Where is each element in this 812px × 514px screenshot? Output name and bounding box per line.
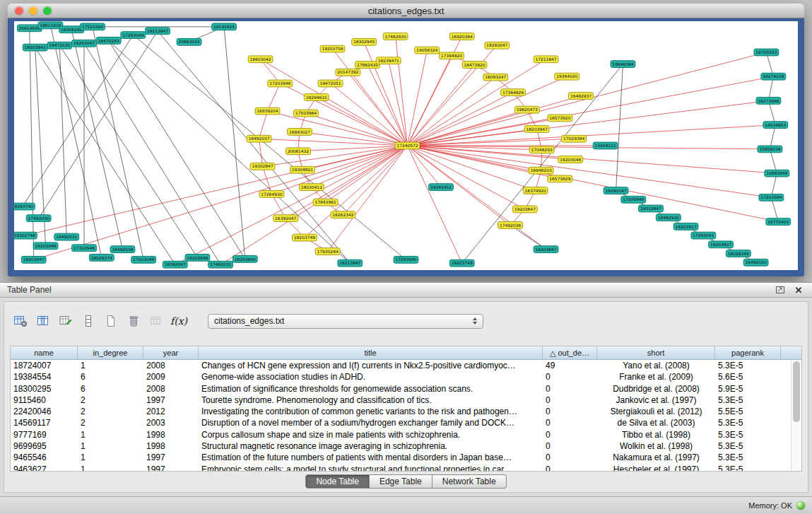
graph-node[interactable]: 19755553	[754, 49, 779, 56]
cell-title[interactable]: Estimation of significance thresholds fo…	[199, 383, 543, 395]
cell-out_degree[interactable]: 0	[543, 452, 597, 463]
cell-pagerank[interactable]: 5.3E-5	[715, 360, 781, 371]
cell-in_degree[interactable]: 2	[78, 406, 143, 417]
cell-name[interactable]: 9463627	[11, 464, 78, 471]
cell-title[interactable]: Disruption of a novel member of a sodium…	[199, 417, 543, 428]
table-mode-icon[interactable]	[11, 313, 30, 329]
graph-node[interactable]: 19472051	[318, 80, 343, 87]
cell-name[interactable]: 18724007	[11, 360, 78, 371]
graph-node[interactable]: 17203049	[131, 256, 156, 263]
cell-name[interactable]: 9777169	[11, 429, 78, 440]
graph-node[interactable]: 17211847	[534, 56, 558, 63]
cell-short[interactable]: Jankovic et al. (1997)	[597, 395, 715, 406]
minimize-button[interactable]	[29, 6, 37, 15]
cell-title[interactable]: Tourette syndrome. Phenomenology and cla…	[199, 395, 543, 406]
graph-node[interactable]: 15958111	[593, 142, 618, 149]
graph-node[interactable]: 17205948	[621, 196, 646, 203]
graph-node[interactable]: 18130424	[212, 23, 237, 30]
graph-node[interactable]: 20663043	[177, 38, 201, 45]
cell-year[interactable]: 1997	[143, 452, 199, 463]
graph-node[interactable]: 18274039	[761, 73, 786, 80]
cell-out_degree[interactable]: 0	[543, 395, 597, 406]
function-builder-icon[interactable]: f(x)	[170, 313, 188, 329]
graph-node[interactable]: 18213947	[338, 259, 363, 267]
cell-name[interactable]: 9699695	[11, 440, 78, 452]
cell-title[interactable]: Embryonic stem cells: a model to study s…	[199, 464, 543, 471]
cell-title[interactable]: Estimation of the future numbers of pati…	[199, 452, 543, 463]
graph-node[interactable]: 17520394	[80, 23, 105, 30]
cell-year[interactable]: 2008	[143, 383, 199, 395]
tab-edge-table[interactable]: Edge Table	[370, 474, 433, 489]
table-scrollbar[interactable]	[791, 360, 801, 471]
graph-node[interactable]: 16573829	[548, 175, 572, 182]
graph-node[interactable]: 17203584	[759, 194, 784, 201]
graph-node[interactable]: 20081432	[286, 148, 311, 155]
graph-node[interactable]: 20147392	[336, 69, 360, 76]
graph-node[interactable]: 17492030	[26, 215, 51, 222]
graph-node[interactable]: 16482937	[569, 93, 594, 100]
graph-node[interactable]: 18239471	[376, 57, 401, 64]
cell-short[interactable]: Nakamura et al. (1997)	[597, 452, 715, 463]
graph-node[interactable]: 18203941	[23, 44, 47, 51]
graph-node[interactable]: 17293048	[121, 32, 146, 39]
graph-node[interactable]: 19203837	[709, 241, 734, 248]
cell-pagerank[interactable]: 5.3E-5	[715, 429, 781, 440]
graph-node[interactable]: 18029345	[726, 250, 751, 257]
cell-year[interactable]: 2008	[143, 360, 199, 371]
graph-node[interactable]: 16203847	[534, 246, 558, 253]
column-header-title[interactable]: title	[199, 346, 543, 359]
cell-pagerank[interactable]: 5.3E-5	[715, 464, 781, 471]
cell-year[interactable]: 1998	[143, 440, 199, 452]
cell-name[interactable]: 22420046	[11, 406, 78, 417]
graph-node[interactable]: 18492031	[54, 233, 79, 240]
cell-in_degree[interactable]: 1	[78, 429, 143, 440]
cell-title[interactable]: Changes of HCN gene expression and I(f) …	[199, 360, 543, 371]
graph-node[interactable]: 18470293	[96, 37, 121, 44]
cell-short[interactable]: Wolkin et al. (1998)	[597, 440, 715, 452]
graph-node[interactable]: 17203948	[268, 80, 293, 87]
graph-node[interactable]: 19302748	[14, 232, 37, 239]
table-row[interactable]: 946362711997Embryonic stem cells: a mode…	[11, 464, 791, 471]
cell-short[interactable]: Hescheler et al. (1997)	[597, 464, 715, 471]
cell-short[interactable]: Yano et al. (2008)	[597, 360, 715, 371]
graph-node[interactable]: 16293047	[72, 40, 97, 47]
cell-name[interactable]: 14569117	[11, 417, 78, 428]
cell-short[interactable]: Dudbridge et al. (2008)	[597, 383, 715, 395]
close-button[interactable]	[15, 6, 23, 15]
column-header-pagerank[interactable]: pagerank	[715, 346, 781, 359]
cell-year[interactable]: 1997	[143, 395, 199, 406]
table-row[interactable]: 1872400712008Changes of HCN gene express…	[11, 360, 791, 371]
graph-node[interactable]: 17302948	[72, 245, 97, 252]
graph-node[interactable]: 18290347	[604, 187, 628, 194]
graph-node[interactable]: 14034953	[763, 122, 788, 129]
close-panel-icon[interactable]: ✕	[792, 284, 805, 296]
graph-node[interactable]: 10683949	[765, 170, 789, 177]
graph-node[interactable]: 19820473	[514, 106, 539, 113]
graph-node[interactable]: 19203847	[512, 206, 537, 213]
column-header-out_degree[interactable]: △ out_de…	[543, 346, 597, 359]
scrollbar-thumb[interactable]	[793, 361, 800, 422]
graph-node[interactable]: 18392047	[163, 261, 187, 268]
cell-pagerank[interactable]: 5.5E-5	[715, 406, 781, 417]
cell-name[interactable]: 9115460	[11, 395, 78, 406]
cell-pagerank[interactable]: 5.3E-5	[715, 417, 781, 428]
graph-node[interactable]: 17293041	[691, 232, 716, 239]
float-panel-icon[interactable]	[774, 284, 787, 296]
graph-node[interactable]: 15958239	[758, 146, 782, 153]
table-row[interactable]: 2242004622012Investigating the contribut…	[11, 406, 791, 417]
cell-name[interactable]: 18300295	[11, 383, 78, 395]
graph-node[interactable]: 17843961	[313, 199, 338, 206]
graph-node[interactable]: 17284930	[259, 191, 284, 198]
graph-node[interactable]: 16203948	[33, 243, 58, 250]
graph-node[interactable]: 16839204	[255, 107, 280, 115]
cell-pagerank[interactable]: 5.6E-5	[715, 371, 781, 382]
cell-out_degree[interactable]: 0	[543, 406, 597, 417]
graph-node[interactable]: 18573920	[548, 115, 572, 122]
cell-in_degree[interactable]: 2	[78, 417, 143, 428]
graph-node[interactable]: 17029384	[562, 135, 587, 142]
new-column-icon[interactable]	[57, 313, 75, 329]
cell-out_degree[interactable]: 49	[543, 360, 597, 371]
graph-node[interactable]: 17930284	[315, 248, 340, 255]
cell-out_degree[interactable]: 0	[543, 440, 597, 452]
graph-node[interactable]: 17482031	[208, 261, 233, 268]
